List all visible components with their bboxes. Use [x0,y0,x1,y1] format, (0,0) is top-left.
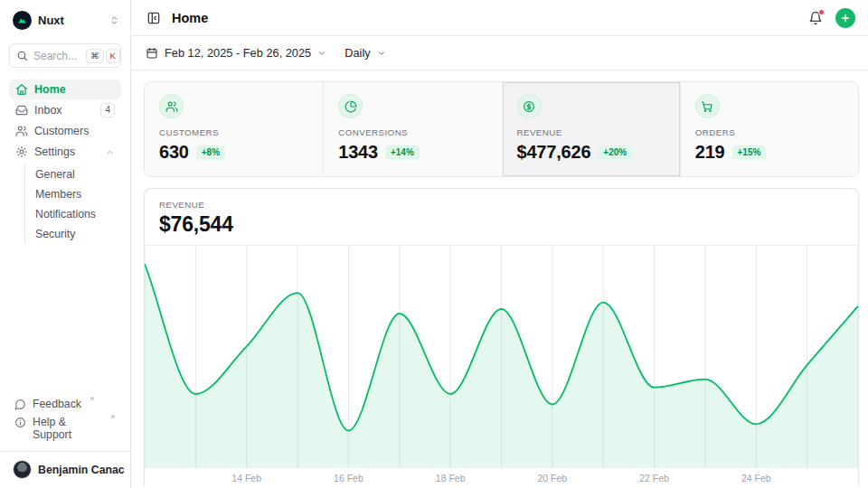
chevron-up-down-icon [109,15,119,25]
x-tick-label: 24 Feb [741,473,771,483]
x-tick-label: 14 Feb [231,473,261,483]
app-window: Nuxt ⌘ K Home [0,0,868,488]
sidebar-item-label: Customers [34,125,89,137]
x-tick-label: 20 Feb [537,473,567,483]
revenue-chart-plot[interactable] [145,246,858,468]
nuxt-logo-icon [13,11,32,30]
search-icon [16,50,28,61]
x-tick-label: 18 Feb [436,473,466,483]
stat-label: CUSTOMERS [159,127,308,137]
page-title: Home [172,11,208,25]
external-link-icon [109,414,116,420]
sidebar-item-label: Home [34,83,66,96]
collapse-sidebar-button[interactable] [144,8,164,28]
notifications-button[interactable] [807,9,825,27]
kbd-meta: ⌘ [86,49,104,63]
sidebar-item-home[interactable]: Home [9,80,121,99]
footer-link-label: Help & Support [33,416,102,441]
shopping-cart-icon [695,94,720,118]
date-range-value: Feb 12, 2025 - Feb 26, 2025 [165,46,311,60]
stat-delta-badge: +20% [598,145,632,160]
workspace-switcher[interactable]: Nuxt [9,8,121,32]
x-tick-label: 16 Feb [334,473,363,483]
search-input-wrapper[interactable]: ⌘ K [9,43,121,68]
sidebar-item-label: Inbox [34,104,62,117]
user-menu[interactable]: Benjamin Canac [9,452,121,479]
help-support-link[interactable]: Help & Support [9,413,121,444]
search-shortcut: ⌘ K [86,49,120,63]
circle-dollar-icon [517,94,542,118]
sidebar-item-members[interactable]: Members [29,184,121,204]
period-value: Daily [344,46,370,60]
stat-delta-badge: +15% [732,145,767,160]
stats-row: CUSTOMERS 630 +8% CONVERSIONS 1343 +14% [144,81,859,177]
avatar [13,460,32,479]
x-tick-label: 22 Feb [639,473,669,483]
chart-metric-value: $76,544 [159,212,844,237]
user-name: Benjamin Canac [38,464,125,476]
sidebar-item-security[interactable]: Security [29,224,121,244]
sidebar-item-settings[interactable]: Settings [9,142,121,162]
feedback-link[interactable]: Feedback [9,395,121,413]
dashboard-content: CUSTOMERS 630 +8% CONVERSIONS 1343 +14% [131,70,868,488]
footer-link-label: Feedback [33,398,81,410]
plus-icon [840,13,851,23]
stat-label: ORDERS [695,127,844,137]
sidebar: Nuxt ⌘ K Home [0,0,131,488]
stat-card-conversions[interactable]: CONVERSIONS 1343 +14% [323,82,501,176]
inbox-count-badge: 4 [100,103,115,117]
chart-metric-label: REVENUE [159,200,844,210]
sidebar-item-label: Settings [34,145,75,158]
stat-value: 1343 [338,142,378,163]
revenue-chart-header: REVENUE $76,544 [145,189,858,246]
stat-card-orders[interactable]: ORDERS 219 +15% [680,82,858,176]
stat-value: $477,626 [517,142,591,163]
home-icon [15,83,28,96]
filter-toolbar: Feb 12, 2025 - Feb 26, 2025 Daily [131,36,868,70]
pie-chart-icon [338,94,363,118]
chevron-down-icon [317,49,326,58]
sidebar-spacer [9,244,121,395]
gear-icon [15,145,28,158]
external-link-icon [89,396,95,402]
stat-delta-badge: +8% [196,145,225,160]
notification-dot [818,9,825,15]
users-icon [159,94,184,118]
main-area: Home Feb 12, 2025 - Feb 26, 2025 [131,0,868,488]
stat-card-revenue[interactable]: REVENUE $477,626 +20% [502,82,680,176]
revenue-chart-x-axis: 14 Feb16 Feb18 Feb20 Feb22 Feb24 Feb [145,468,858,486]
stat-value: 219 [695,142,725,163]
search-input[interactable] [33,50,80,62]
revenue-chart-card: REVENUE $76,544 14 Feb16 Feb18 Feb20 Feb… [144,188,859,486]
info-circle-icon [14,417,26,428]
calendar-icon [146,47,158,60]
users-icon [15,125,28,137]
workspace-name: Nuxt [38,14,103,27]
message-bubble-icon [14,399,26,410]
inbox-icon [15,104,28,117]
sidebar-item-general[interactable]: General [29,164,121,184]
top-bar: Home [131,0,868,36]
stat-card-customers[interactable]: CUSTOMERS 630 +8% [145,82,323,176]
kbd-k: K [106,49,120,63]
sidebar-item-inbox[interactable]: Inbox 4 [9,100,121,120]
add-button[interactable] [835,8,855,28]
date-range-picker[interactable]: Feb 12, 2025 - Feb 26, 2025 [146,46,326,60]
stat-delta-badge: +14% [385,145,420,160]
chevron-down-icon [377,49,386,58]
stat-value: 630 [159,142,189,163]
settings-subnav: General Members Notifications Security [24,164,121,244]
sidebar-nav: Home Inbox 4 Customers Settings [9,80,121,244]
chevron-up-icon [105,147,115,157]
stat-label: CONVERSIONS [338,127,486,137]
sidebar-item-customers[interactable]: Customers [9,121,121,141]
stat-label: REVENUE [517,127,665,137]
period-select[interactable]: Daily [344,46,385,60]
sidebar-item-notifications[interactable]: Notifications [29,204,121,224]
